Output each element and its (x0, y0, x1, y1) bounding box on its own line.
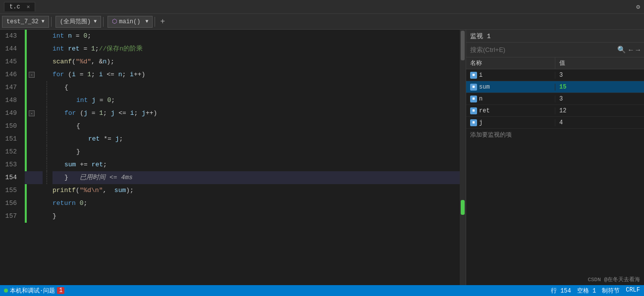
green-bar-150 (25, 120, 27, 133)
status-line-ending: CRLF (626, 287, 640, 295)
green-bar-145 (25, 55, 27, 68)
status-left: 本机和调试·问题 1 (4, 287, 64, 295)
code-line-148: int j = 0; (53, 94, 460, 107)
status-debug: 本机和调试·问题 1 (4, 287, 64, 295)
code-line-153: sum += ret; (53, 158, 460, 171)
line-number-156: 156 (0, 197, 21, 210)
function-dropdown[interactable]: ⬡ main() ▼ (107, 16, 153, 28)
gutter-row-151 (25, 133, 43, 146)
watch-row-sum-name: ■ sum (466, 84, 555, 91)
tab-tc-label: t.c (9, 3, 20, 10)
watch-icon-n: ■ (470, 96, 477, 102)
watch-icon-i: ■ (470, 72, 477, 79)
collapse-icon-146[interactable]: - (29, 72, 35, 78)
code-scroll[interactable]: 143 144 145 146 147 148 149 150 151 152 … (0, 30, 466, 285)
line-number-143: 143 (0, 30, 21, 43)
status-dot (4, 289, 8, 293)
tab-close-icon[interactable]: ✕ (27, 4, 30, 10)
green-bar-155 (25, 184, 27, 197)
green-bar-157 (25, 210, 27, 223)
code-line-155: printf("%d\n", sum); (53, 184, 460, 197)
green-bar-146 (25, 68, 27, 81)
line-numbers: 143 144 145 146 147 148 149 150 151 152 … (0, 30, 25, 285)
code-line-143: int n = 0; (53, 30, 460, 43)
gutter-row-144 (25, 43, 43, 55)
watch-row-sum[interactable]: ■ sum 15 (466, 81, 644, 93)
watermark: CSDN @在冬天去看海 (588, 277, 640, 283)
vertical-scrollbar[interactable] (460, 30, 466, 285)
green-bar-143 (25, 30, 27, 43)
scope-dropdown-arrow: ▼ (94, 19, 97, 24)
watch-footer: CSDN @在冬天去看海 (466, 274, 644, 285)
code-editor: 143 144 145 146 147 148 149 150 151 152 … (0, 30, 466, 285)
watch-icon-ret: ■ (470, 107, 477, 114)
add-navigation-button[interactable]: + (157, 17, 168, 26)
watch-icon-j: ■ (470, 119, 477, 126)
watch-row-j-value: 4 (555, 119, 644, 126)
code-line-144: int ret = 1;//保存n的阶乘 (53, 43, 460, 55)
code-line-147: { (53, 81, 460, 94)
watch-table: 名称 值 ■ i 3 ■ sum 15 (466, 57, 644, 274)
tab-bar: t.c ✕ (4, 2, 35, 11)
line-number-152: 152 (0, 146, 21, 158)
green-bar-147 (25, 81, 27, 94)
line-number-145: 145 (0, 55, 21, 68)
gutter-row-156 (25, 197, 43, 210)
code-line-149: for (j = 1; j <= i; j++) (53, 107, 460, 120)
settings-icon[interactable]: ⚙ (636, 3, 640, 11)
status-bar: 本机和调试·问题 1 行 154 空格 1 制符节 CRLF (0, 285, 644, 296)
green-bar-152 (25, 146, 27, 158)
gutter-row-153 (25, 158, 43, 171)
gutter-row-149[interactable]: - (25, 107, 43, 120)
green-bar-153 (25, 158, 27, 171)
gutter-row-143 (25, 30, 43, 43)
status-right: 行 154 空格 1 制符节 CRLF (551, 287, 640, 295)
green-bar-144 (25, 43, 27, 55)
watch-row-i[interactable]: ■ i 3 (466, 69, 644, 81)
watch-search-bar[interactable]: 🔍 ← → (466, 43, 644, 57)
watch-icon-sum: ■ (470, 84, 477, 91)
code-line-145: scanf("%d", &n); (53, 55, 460, 68)
watch-row-i-name: ■ i (466, 72, 555, 79)
line-number-151: 151 (0, 133, 21, 146)
scope-dropdown[interactable]: (全局范围) ▼ (55, 16, 101, 28)
line-number-144: 144 (0, 43, 21, 55)
code-lines[interactable]: int n = 0; int ret = 1;//保存n的阶乘 scanf("%… (51, 30, 460, 285)
line-number-155: 155 (0, 184, 21, 197)
function-dropdown-label: main() (119, 18, 140, 25)
toolbar-separator-1 (51, 17, 52, 27)
line-number-147: 147 (0, 81, 21, 94)
watch-col-value-header: 值 (555, 57, 644, 69)
watch-row-n-value: 3 (555, 96, 644, 102)
gutter-row-145 (25, 55, 43, 68)
watch-search-input[interactable] (470, 46, 617, 53)
watch-row-ret[interactable]: ■ ret 12 (466, 105, 644, 117)
collapse-icon-149[interactable]: - (29, 110, 35, 116)
title-bar-icons: ⚙ (636, 3, 640, 11)
toolbar: test_7_32 ▼ (全局范围) ▼ ⬡ main() ▼ + (0, 14, 644, 30)
watch-row-j[interactable]: ■ j 4 (466, 117, 644, 129)
gutter-row-152 (25, 146, 43, 158)
scrollbar-thumb-bottom[interactable] (461, 200, 465, 215)
status-col: 空格 1 (577, 287, 596, 295)
status-label: 本机和调试·问题 (10, 287, 55, 295)
nav-back-icon[interactable]: ← (629, 46, 633, 54)
status-row: 行 154 (551, 287, 571, 295)
function-dropdown-icon: ⬡ (112, 18, 117, 25)
file-dropdown-label: test_7_32 (6, 18, 39, 25)
watch-add-item[interactable]: 添加要监视的项 (466, 129, 644, 141)
line-number-157: 157 (0, 210, 21, 223)
file-dropdown[interactable]: test_7_32 ▼ (2, 16, 49, 28)
code-line-154: } 已用时间 <= 4ms (53, 171, 460, 184)
watch-row-n[interactable]: ■ n 3 (466, 93, 644, 105)
nav-forward-icon[interactable]: → (636, 46, 640, 54)
search-icon[interactable]: 🔍 (617, 46, 626, 54)
guide-gutter (43, 30, 51, 285)
gutter-row-150 (25, 120, 43, 133)
toolbar-separator-2 (103, 17, 104, 27)
tab-tc[interactable]: t.c ✕ (4, 2, 35, 11)
scrollbar-thumb-top[interactable] (461, 31, 465, 60)
gutter-row-146[interactable]: - (25, 68, 43, 81)
status-count: 1 (57, 287, 64, 294)
green-bar-156 (25, 197, 27, 210)
